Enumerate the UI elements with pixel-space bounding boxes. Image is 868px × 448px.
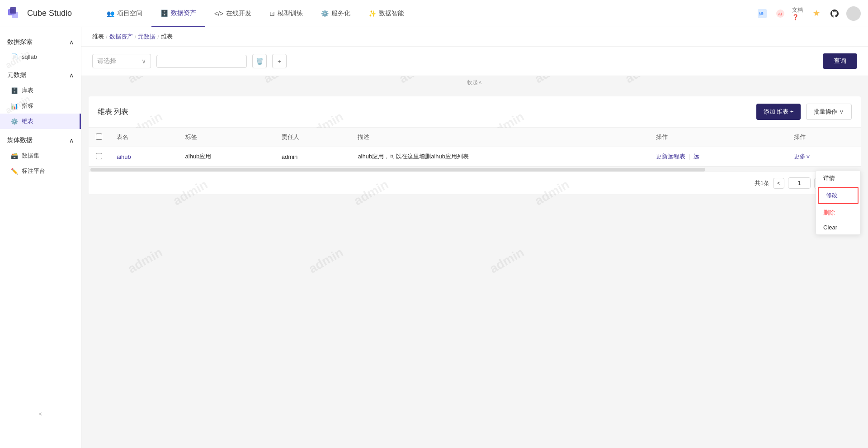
nav-item-online-dev[interactable]: </> 在线开发: [205, 0, 260, 27]
breadcrumb-sep-2: /: [135, 33, 137, 40]
data-intel-icon: ✨: [368, 10, 376, 17]
sidebar-section-header-data-explore[interactable]: 数据探索 ∧: [0, 34, 81, 50]
row-owner: admin: [274, 147, 351, 167]
github-icon[interactable]: [828, 7, 841, 20]
sidebar-item-label-kubiaouan: 库表: [22, 86, 33, 95]
data-table: 表名 标签 责任人 描述 操作 操作 aihub: [89, 128, 861, 167]
sidebar-item-dataset[interactable]: 🗃️ 数据集: [0, 148, 81, 163]
sidebar-item-index[interactable]: 📊 指标: [0, 98, 81, 114]
nav-items: 👥 项目空间 🗄️ 数据资产 </> 在线开发 ⊡ 模型训练 ⚙️ 服务化 ✨ …: [98, 0, 756, 27]
watermark-13: admin: [307, 245, 346, 276]
sidebar-collapse-icon: <: [39, 411, 42, 417]
dropdown-item-clear[interactable]: Clear: [816, 220, 860, 234]
nav-item-model-train[interactable]: ⊡ 模型训练: [260, 0, 312, 27]
row-checkbox: [89, 147, 109, 167]
add-dimension-btn[interactable]: 添加 维表 +: [756, 104, 801, 120]
alert-icon[interactable]: [810, 7, 823, 20]
dropdown-item-edit[interactable]: 修改: [818, 187, 859, 204]
table-header-row: 表名 标签 责任人 描述 操作 操作: [89, 128, 861, 147]
docs-icon[interactable]: 文档❓: [792, 7, 805, 20]
breadcrumb-sep-1: /: [106, 33, 108, 40]
row-select-checkbox[interactable]: [96, 153, 102, 159]
sidebar: admin admin 数据探索 ∧ 📄 sqllab 元数据 ∧ 🗄️ 库表: [0, 27, 81, 448]
nav-label-online-dev: 在线开发: [226, 10, 251, 18]
row-op1: 更新远程表 | 远: [649, 147, 787, 167]
update-remote-link[interactable]: 更新远程表: [656, 153, 685, 160]
sidebar-section-metadata: 元数据 ∧ 🗄️ 库表 📊 指标 ⚙️ 维表: [0, 67, 81, 129]
sidebar-item-sqllab[interactable]: 📄 sqllab: [0, 50, 81, 64]
nav-label-data-assets: 数据资产: [171, 9, 196, 17]
prev-page-btn[interactable]: <: [773, 178, 784, 189]
nav-label-data-intel: 数据智能: [379, 10, 404, 18]
more-dropdown-trigger[interactable]: 更多∨: [794, 153, 854, 161]
th-desc: 描述: [350, 128, 648, 147]
sqllab-icon: 📄: [11, 53, 18, 60]
filter-select[interactable]: 请选择 ∨: [92, 54, 151, 68]
nav-label-model-train: 模型训练: [278, 10, 303, 18]
main-content: admin admin admin admin admin admin admi…: [81, 27, 868, 448]
breadcrumb-current: 维表: [92, 33, 104, 41]
table-body: aihub aihub应用 admin aihub应用，可以在这里增删aihub…: [89, 147, 861, 167]
user-avatar[interactable]: [846, 6, 861, 21]
table-area: 维表 列表 添加 维表 + 批量操作 ∨ 表名 标签 责任人 描述: [89, 96, 861, 194]
sidebar-section-header-metadata[interactable]: 元数据 ∧: [0, 67, 81, 83]
brand-name: Cube Studio: [27, 9, 72, 18]
nav-right: 译 AI 文档❓: [756, 6, 861, 21]
row-name-link[interactable]: aihub: [117, 153, 131, 160]
add-icon: +: [278, 58, 281, 65]
breadcrumb-sep-3: /: [157, 33, 159, 40]
sidebar-collapse-btn[interactable]: <: [0, 407, 81, 421]
model-train-icon: ⊡: [269, 10, 275, 17]
filter-delete-btn[interactable]: 🗑️: [252, 54, 267, 68]
more-dropdown-menu: 详情 修改 删除 Clear: [816, 170, 861, 235]
horizontal-scrollbar[interactable]: [89, 167, 861, 172]
sidebar-section-header-media-data[interactable]: 媒体数据 ∧: [0, 133, 81, 148]
filter-input[interactable]: [156, 55, 247, 68]
svg-text:译: 译: [759, 11, 764, 16]
breadcrumb-item-data-assets[interactable]: 数据资产: [109, 33, 133, 41]
nav-item-service[interactable]: ⚙️ 服务化: [312, 0, 359, 27]
svg-rect-2: [10, 7, 16, 14]
filter-area: 请选择 ∨ 🗑️ + 查询: [81, 47, 868, 76]
page-number-input[interactable]: [788, 177, 811, 189]
nav-item-data-assets[interactable]: 🗄️ 数据资产: [151, 0, 205, 27]
nav-item-project[interactable]: 👥 项目空间: [98, 0, 151, 27]
row-name: aihub: [109, 147, 178, 167]
batch-ops-btn[interactable]: 批量操作 ∨: [806, 104, 852, 120]
nav-item-data-intel[interactable]: ✨ 数据智能: [359, 0, 413, 27]
edit-label: 修改: [826, 192, 838, 199]
table-actions: 添加 维表 + 批量操作 ∨: [756, 104, 852, 120]
chevron-up-icon: ∧: [69, 38, 74, 46]
brand-logo-icon: [7, 5, 24, 22]
breadcrumb-item-metadata[interactable]: 元数据: [138, 33, 156, 41]
collapse-bar[interactable]: 收起∧: [81, 76, 868, 89]
sidebar-item-label-dataset: 数据集: [22, 152, 39, 160]
svg-text:AI: AI: [778, 12, 782, 16]
dimension-icon: ⚙️: [11, 118, 18, 125]
th-name: 表名: [109, 128, 178, 147]
sidebar-item-dimension[interactable]: ⚙️ 维表: [0, 114, 81, 129]
dropdown-item-delete[interactable]: 删除: [816, 205, 860, 220]
filter-add-btn[interactable]: +: [272, 54, 287, 68]
query-button[interactable]: 查询: [823, 53, 857, 69]
scroll-thumb[interactable]: [90, 168, 705, 172]
row-tag: aihub应用: [178, 147, 274, 167]
remote-link[interactable]: 远: [693, 153, 699, 160]
ai-icon[interactable]: AI: [774, 7, 787, 20]
breadcrumb-item-dimension: 维表: [161, 33, 173, 41]
sidebar-section-label-metadata: 元数据: [7, 71, 26, 79]
pagination: 共1条 < >: [89, 172, 861, 194]
online-dev-icon: </>: [214, 10, 223, 17]
clear-label: Clear: [823, 224, 837, 231]
th-checkbox: [89, 128, 109, 147]
translate-icon[interactable]: 译: [756, 7, 769, 20]
sidebar-section-media-data: 媒体数据 ∧ 🗃️ 数据集 ✏️ 标注平台: [0, 133, 81, 179]
sidebar-item-annotation[interactable]: ✏️ 标注平台: [0, 163, 81, 179]
nav-label-project: 项目空间: [117, 10, 142, 18]
select-all-checkbox[interactable]: [96, 133, 102, 140]
row-desc: aihub应用，可以在这里增删aihub应用列表: [350, 147, 648, 167]
dropdown-item-detail[interactable]: 详情: [816, 171, 860, 186]
sidebar-item-kubiaouan[interactable]: 🗄️ 库表: [0, 83, 81, 98]
sidebar-item-label-dimension: 维表: [22, 117, 33, 125]
breadcrumb: 维表 / 数据资产 / 元数据 / 维表: [81, 27, 868, 47]
